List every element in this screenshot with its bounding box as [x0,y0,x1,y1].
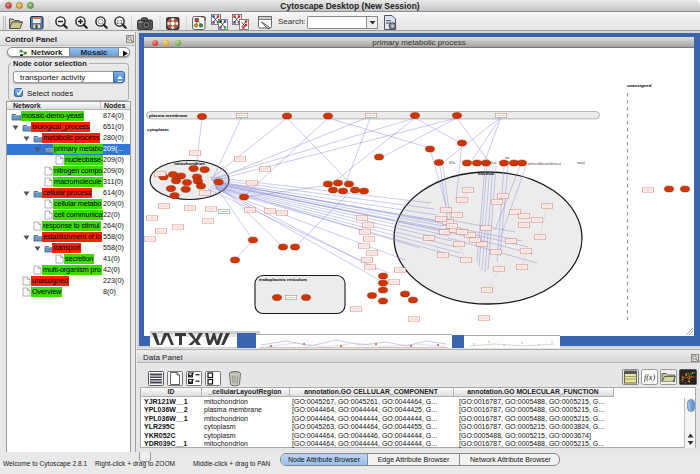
svg-text:unassigned: unassigned [627,83,652,88]
svg-text:tras(s): tras(s) [577,161,585,165]
svg-text:nucleus: nucleus [478,171,495,176]
svg-text:wrthessdGwcrastGercta-al: wrthessdGwcrastGercta-al [528,162,561,166]
svg-text:two: two [505,156,510,160]
svg-text:1:1: 1:1 [116,20,123,25]
svg-text:cytoplasm: cytoplasm [147,127,169,132]
svg-text:f(x): f(x) [644,373,655,382]
svg-text:mitochondrion: mitochondrion [174,161,205,166]
svg-text:endoplasmic reticulum: endoplasmic reticulum [259,277,307,282]
svg-text:Gl-ac: Gl-ac [490,161,497,165]
svg-text:W.Sc: W.Sc [449,161,456,165]
svg-text:plasma membrane: plasma membrane [149,113,188,118]
